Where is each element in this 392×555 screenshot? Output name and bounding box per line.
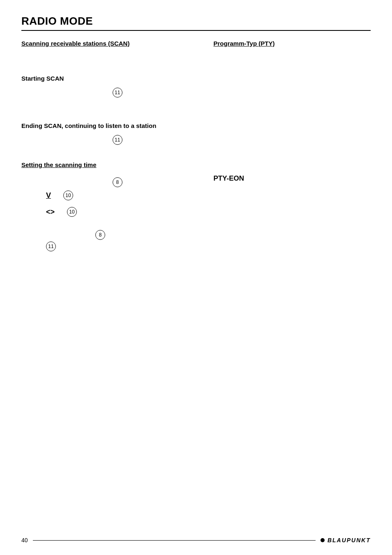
circle-8b-wrap: 8 (95, 230, 105, 240)
footer-line (33, 540, 316, 541)
main-content: Scanning receivable stations (SCAN) Star… (21, 40, 371, 261)
circle-11: 11 (46, 242, 56, 251)
starting-scan-circle-row: 11 (21, 88, 214, 98)
bracket-symbol: <> (46, 208, 55, 216)
circle-8a: 8 (113, 177, 122, 187)
pty-eon-block: PTY-EON (214, 174, 371, 183)
section-scanning: Scanning receivable stations (SCAN) (21, 40, 214, 50)
page-number: 40 (21, 537, 28, 543)
footer: 40 BLAUPUNKT (21, 537, 371, 543)
scanning-heading: Scanning receivable stations (SCAN) (21, 40, 129, 47)
circle-8a-row: 8 (21, 177, 214, 187)
pty-eon-label: PTY-EON (214, 174, 371, 183)
title-divider (21, 30, 371, 31)
confirm-circles-row: 8 (30, 228, 214, 240)
starting-scan-label: Starting SCAN (21, 75, 214, 82)
ending-scan-circle-row: 11 (21, 135, 214, 145)
circle-10a: 10 (63, 190, 73, 200)
pty-heading: Programm-Typ (PTY) (214, 40, 371, 47)
circle-11-start: 11 (113, 88, 122, 98)
setting-scanning-heading: Setting the scanning time (21, 161, 97, 168)
circle-11-end: 11 (113, 135, 122, 145)
brand-name: BLAUPUNKT (327, 537, 371, 543)
ending-scan-label: Ending SCAN, continuing to listen to a s… (21, 122, 214, 129)
starting-scan-block: Starting SCAN 11 (21, 75, 214, 98)
bracket-circle-row: <> 10 (46, 207, 214, 217)
footer-brand: BLAUPUNKT (321, 537, 371, 543)
page-title: RADIO MODE (21, 15, 371, 28)
setting-scanning-block: Setting the scanning time 8 V 10 <> 10 (21, 161, 214, 251)
left-column: Scanning receivable stations (SCAN) Star… (21, 40, 214, 261)
arrow-circle-row: V 10 (46, 190, 214, 200)
right-column: Programm-Typ (PTY) PTY-EON (214, 40, 371, 261)
circle-10b: 10 (67, 207, 77, 217)
ending-scan-block: Ending SCAN, continuing to listen to a s… (21, 122, 214, 145)
arrow-symbol: V (46, 191, 51, 200)
page: RADIO MODE Scanning receivable stations … (0, 0, 392, 555)
circle-11-wrap: 11 (46, 242, 214, 251)
brand-dot (321, 538, 325, 542)
circle-8b: 8 (95, 230, 105, 240)
